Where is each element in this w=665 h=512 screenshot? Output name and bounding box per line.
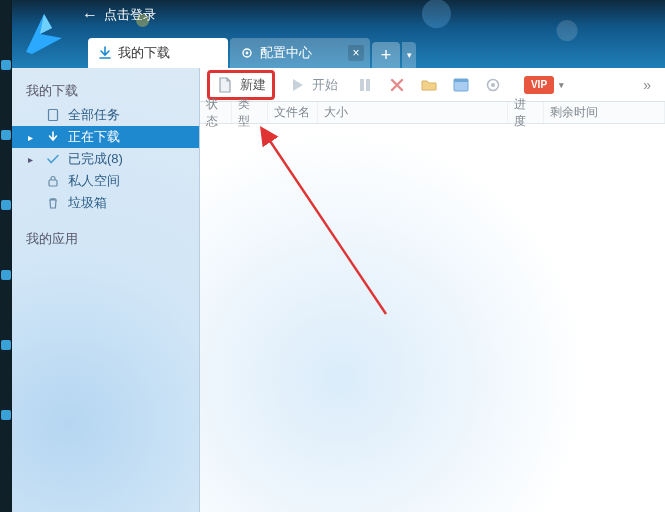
folder-icon [420, 76, 438, 94]
col-type[interactable]: 类型 [232, 102, 268, 123]
toolbar: 新建 开始 [200, 68, 665, 102]
col-remaining[interactable]: 剩余时间 [544, 102, 665, 123]
login-label: 点击登录 [104, 6, 156, 24]
svg-point-9 [491, 83, 495, 87]
play-icon [288, 76, 306, 94]
task-list [200, 124, 665, 512]
sidebar-item-completed[interactable]: 已完成(8) [12, 148, 199, 170]
new-file-icon [216, 76, 234, 94]
delete-icon [388, 76, 406, 94]
column-header-row: 状态 类型 文件名 大小 进度 剩余时间 [200, 102, 665, 124]
login-link[interactable]: ← 点击登录 [82, 6, 156, 24]
sidebar-item-label: 垃圾箱 [68, 194, 107, 212]
svg-rect-4 [360, 79, 364, 91]
list-view-icon [452, 76, 470, 94]
tab-label: 配置中心 [260, 44, 312, 62]
tab-bar: 我的下载 配置中心 × + ▾ [88, 38, 416, 68]
sidebar-section-downloads: 我的下载 [12, 76, 199, 104]
new-tab-button[interactable]: + [372, 42, 400, 68]
sidebar: 我的下载 全部任务 正在下载 已完成(8) [12, 68, 200, 512]
open-folder-button[interactable] [416, 71, 442, 99]
download-icon [98, 46, 112, 60]
start-button[interactable]: 开始 [280, 71, 346, 99]
more-button[interactable]: » [637, 77, 657, 93]
gear-icon [240, 46, 254, 60]
tab-config-center[interactable]: 配置中心 × [230, 38, 370, 68]
svg-line-10 [268, 138, 386, 314]
title-bar: ← 点击登录 我的下载 配置中心 × + ▾ [12, 0, 665, 68]
svg-rect-5 [366, 79, 370, 91]
app-logo [18, 8, 70, 60]
tab-my-downloads[interactable]: 我的下载 [88, 38, 228, 68]
sidebar-item-downloading[interactable]: 正在下载 [12, 126, 199, 148]
sidebar-item-label: 私人空间 [68, 172, 120, 190]
sidebar-item-all-tasks[interactable]: 全部任务 [12, 104, 199, 126]
sidebar-item-label: 全部任务 [68, 106, 120, 124]
button-label: 开始 [312, 76, 338, 94]
delete-button[interactable] [384, 71, 410, 99]
settings-button[interactable] [480, 71, 506, 99]
pause-button[interactable] [352, 71, 378, 99]
document-icon [46, 108, 60, 122]
svg-rect-2 [49, 110, 58, 121]
chevron-right-icon: » [643, 77, 651, 93]
close-icon[interactable]: × [348, 45, 364, 61]
trash-icon [46, 196, 60, 210]
sidebar-item-trash[interactable]: 垃圾箱 [12, 192, 199, 214]
svg-point-1 [246, 52, 249, 55]
annotation-arrow-icon [246, 124, 396, 324]
sidebar-item-private[interactable]: 私人空间 [12, 170, 199, 192]
sidebar-item-label: 正在下载 [68, 128, 120, 146]
back-arrow-icon: ← [82, 6, 98, 24]
sidebar-item-label: 已完成(8) [68, 150, 123, 168]
tab-label: 我的下载 [118, 44, 170, 62]
pause-icon [356, 76, 374, 94]
col-status[interactable]: 状态 [200, 102, 232, 123]
new-task-button[interactable]: 新建 [208, 71, 274, 99]
download-arrow-icon [46, 130, 60, 144]
col-filename[interactable]: 文件名 [268, 102, 318, 123]
lock-icon [46, 174, 60, 188]
vip-label: VIP [531, 79, 547, 90]
main-panel: 新建 开始 [200, 68, 665, 512]
vip-button[interactable]: VIP [524, 76, 554, 94]
col-progress[interactable]: 进度 [508, 102, 544, 123]
view-button[interactable] [448, 71, 474, 99]
svg-rect-7 [454, 79, 468, 82]
col-size[interactable]: 大小 [318, 102, 508, 123]
new-tab-dropdown[interactable]: ▾ [402, 42, 416, 68]
app-window: ← 点击登录 我的下载 配置中心 × + ▾ 我的下载 [12, 0, 665, 512]
button-label: 新建 [240, 76, 266, 94]
sidebar-section-apps: 我的应用 [12, 224, 199, 252]
gear-icon [484, 76, 502, 94]
svg-rect-3 [49, 180, 57, 186]
check-icon [46, 152, 60, 166]
